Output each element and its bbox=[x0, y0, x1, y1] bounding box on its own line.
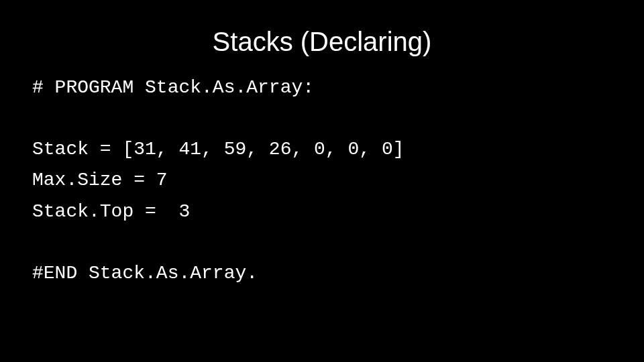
blank-line bbox=[32, 103, 612, 134]
slide: Stacks (Declaring) # PROGRAM Stack.As.Ar… bbox=[0, 0, 644, 362]
code-block: # PROGRAM Stack.As.Array: Stack = [31, 4… bbox=[32, 72, 612, 289]
code-line-3: Max.Size = 7 bbox=[32, 170, 168, 190]
blank-line bbox=[32, 227, 612, 258]
code-line-4: Stack.Top = 3 bbox=[32, 201, 190, 222]
code-line-1: # PROGRAM Stack.As.Array: bbox=[32, 77, 314, 98]
slide-title: Stacks (Declaring) bbox=[0, 0, 644, 57]
code-line-5: #END Stack.As.Array. bbox=[32, 263, 258, 284]
code-line-2: Stack = [31, 41, 59, 26, 0, 0, 0] bbox=[32, 139, 405, 160]
